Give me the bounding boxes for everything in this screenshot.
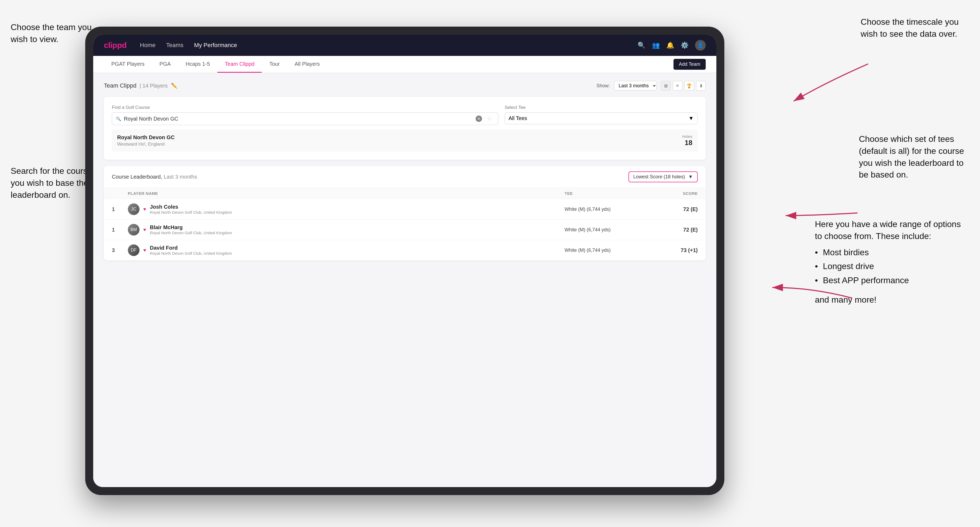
user-avatar[interactable]: 👤 — [695, 40, 706, 51]
annotation-mid-right: Choose which set of tees (default is all… — [859, 133, 964, 181]
player-rank-3: 3 — [112, 247, 128, 253]
view-icons: ⊞ ≡ 🏆 ⬇ — [661, 81, 706, 90]
player-name-3: David Ford — [150, 245, 232, 251]
table-row: 3 DF ♥ David Ford Royal North Devon Golf… — [104, 240, 706, 260]
brand-logo: clippd — [104, 41, 126, 50]
option-app: Best APP performance — [815, 273, 964, 287]
player-club-1: Royal North Devon Golf Club, United King… — [150, 210, 232, 214]
nav-my-performance[interactable]: My Performance — [194, 42, 237, 49]
col-score: SCORE — [644, 191, 698, 195]
player-avatar-2: BM — [128, 224, 140, 236]
nav-home[interactable]: Home — [140, 42, 156, 49]
show-timeframe-select[interactable]: Last 3 months — [614, 81, 657, 90]
ipad-device: clippd Home Teams My Performance 🔍 👥 🔔 ⚙… — [85, 27, 724, 495]
search-row: Find a Golf Course 🔍 ✕ ☆ Select Tee All … — [112, 105, 698, 125]
player-tee-3: White (M) (6,744 yds) — [565, 248, 644, 253]
ipad-screen: clippd Home Teams My Performance 🔍 👥 🔔 ⚙… — [93, 35, 716, 487]
score-filter-label: Lowest Score (18 holes) — [633, 174, 685, 179]
team-title: Team Clippd | 14 Players ✏️ — [104, 82, 178, 89]
tee-value: All Tees — [509, 115, 527, 121]
main-content: Team Clippd | 14 Players ✏️ Show: Last 3… — [93, 73, 716, 487]
navbar-actions: 🔍 👥 🔔 ⚙️ 👤 — [638, 40, 706, 51]
course-location: Westward Ho!, England — [117, 141, 175, 147]
leaderboard-title: Course Leaderboard, Last 3 months — [112, 174, 197, 180]
annotation-mid-left: Search for the course you wish to base t… — [11, 165, 92, 201]
player-avatar-3: DF — [128, 244, 140, 256]
player-count: | 14 Players — [140, 83, 167, 89]
leaderboard-section: Course Leaderboard, Last 3 months Lowest… — [104, 166, 706, 260]
clear-search-button[interactable]: ✕ — [476, 116, 482, 122]
annotation-top-left: Choose the team you wish to view. — [11, 21, 92, 45]
add-team-button[interactable]: Add Team — [673, 59, 706, 70]
team-name: Team Clippd — [104, 82, 136, 89]
course-info: Royal North Devon GC Westward Ho!, Engla… — [117, 135, 175, 147]
and-more-text: and many more! — [815, 294, 964, 306]
player-name-wrap-3: David Ford Royal North Devon Golf Club, … — [150, 245, 232, 256]
col-tee: TEE — [565, 191, 644, 195]
player-tee-1: White (M) (6,744 yds) — [565, 206, 644, 212]
player-score-1: 72 (E) — [644, 206, 698, 213]
tee-label: Select Tee — [504, 105, 698, 110]
people-icon[interactable]: 👥 — [652, 41, 660, 49]
search-icon[interactable]: 🔍 — [638, 41, 646, 49]
nav-links: Home Teams My Performance — [140, 42, 638, 49]
course-result: Royal North Devon GC Westward Ho!, Engla… — [112, 129, 698, 152]
player-score-2: 72 (E) — [644, 227, 698, 233]
search-icon-inner: 🔍 — [116, 116, 121, 121]
find-course-label: Find a Golf Course — [112, 105, 498, 110]
player-info-2: BM ♥ Blair McHarg Royal North Devon Golf… — [128, 224, 565, 236]
trophy-icon[interactable]: 🏆 — [684, 81, 694, 90]
team-header: Team Clippd | 14 Players ✏️ Show: Last 3… — [104, 81, 706, 90]
course-search-input[interactable] — [124, 116, 473, 122]
tab-pgat-players[interactable]: PGAT Players — [104, 56, 152, 73]
subnav: PGAT Players PGA Hcaps 1-5 Team Clippd T… — [93, 56, 716, 73]
annotation-top-right: Choose the timescale you wish to see the… — [861, 16, 959, 40]
tab-all-players[interactable]: All Players — [287, 56, 327, 73]
col-player-name: PLAYER NAME — [128, 191, 565, 195]
grid-view-icon[interactable]: ⊞ — [661, 81, 671, 90]
chevron-down-icon-score: ▼ — [688, 174, 693, 179]
player-heart-1: ♥ — [143, 206, 146, 212]
player-avatar-1: JC — [128, 203, 140, 215]
subnav-tabs: PGAT Players PGA Hcaps 1-5 Team Clippd T… — [104, 56, 327, 73]
table-row: 1 BM ♥ Blair McHarg Royal North Devon Go… — [104, 220, 706, 240]
search-group: Find a Golf Course 🔍 ✕ ☆ — [112, 105, 498, 125]
download-icon[interactable]: ⬇ — [696, 81, 706, 90]
tab-pga[interactable]: PGA — [152, 56, 178, 73]
chevron-down-icon: ▼ — [688, 115, 694, 121]
tab-hcaps[interactable]: Hcaps 1-5 — [178, 56, 217, 73]
course-name: Royal North Devon GC — [117, 135, 175, 141]
player-score-3: 73 (+1) — [644, 247, 698, 253]
player-tee-2: White (M) (6,744 yds) — [565, 227, 644, 233]
leaderboard-col-headers: PLAYER NAME TEE SCORE — [104, 188, 706, 199]
player-heart-3: ♥ — [143, 248, 146, 253]
player-name-1: Josh Coles — [150, 204, 232, 210]
options-list: Most birdies Longest drive Best APP perf… — [815, 245, 964, 287]
player-club-3: Royal North Devon Golf Club, United King… — [150, 251, 232, 256]
search-input-wrapper: 🔍 ✕ ☆ — [112, 112, 498, 125]
edit-icon[interactable]: ✏️ — [171, 83, 178, 89]
option-birdies: Most birdies — [815, 245, 964, 259]
settings-icon[interactable]: ⚙️ — [681, 41, 689, 49]
leaderboard-header: Course Leaderboard, Last 3 months Lowest… — [104, 166, 706, 188]
list-view-icon[interactable]: ≡ — [673, 81, 682, 90]
player-name-wrap-2: Blair McHarg Royal North Devon Golf Club… — [150, 224, 232, 235]
score-selector[interactable]: Lowest Score (18 holes) ▼ — [628, 171, 698, 182]
favorite-button[interactable]: ☆ — [485, 115, 494, 122]
tab-team-clippd[interactable]: Team Clippd — [217, 56, 262, 73]
team-show: Show: Last 3 months ⊞ ≡ 🏆 ⬇ — [597, 81, 706, 90]
table-row: 1 JC ♥ Josh Coles Royal North Devon Golf… — [104, 199, 706, 220]
bell-icon[interactable]: 🔔 — [666, 41, 674, 49]
tab-tour[interactable]: Tour — [262, 56, 287, 73]
nav-teams[interactable]: Teams — [166, 42, 183, 49]
player-name-wrap-1: Josh Coles Royal North Devon Golf Club, … — [150, 204, 232, 214]
player-info-1: JC ♥ Josh Coles Royal North Devon Golf C… — [128, 203, 565, 215]
player-club-2: Royal North Devon Golf Club, United King… — [150, 230, 232, 235]
holes-label: Holes — [682, 134, 692, 139]
annotation-bottom-right: Here you have a wide range of options to… — [815, 218, 964, 306]
player-rank-1: 1 — [112, 206, 128, 213]
player-rank-2: 1 — [112, 227, 128, 233]
player-heart-2: ♥ — [143, 227, 146, 233]
search-card: Find a Golf Course 🔍 ✕ ☆ Select Tee All … — [104, 97, 706, 160]
tee-select[interactable]: All Tees ▼ — [504, 112, 698, 124]
